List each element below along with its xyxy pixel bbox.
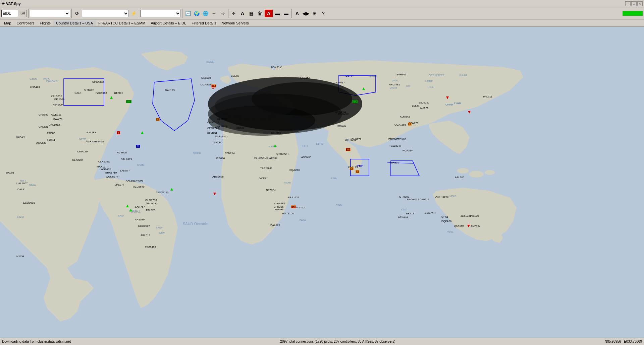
menu-bar: Map Controllers Flights Country Details … xyxy=(0,19,644,27)
svg-text:SAUD Oceanic: SAUD Oceanic xyxy=(183,222,208,226)
status-lat: N05.93956 xyxy=(605,340,621,343)
text-a2-icon[interactable]: A xyxy=(293,10,301,17)
svg-text:SCFZ: SCFZ xyxy=(131,209,141,213)
menu-country-details[interactable]: Country Details – USA xyxy=(53,20,96,26)
delete-icon[interactable]: 🗑 xyxy=(256,10,264,17)
bar-icon-1[interactable]: ▬ xyxy=(273,10,281,17)
label-a-icon[interactable]: A xyxy=(265,10,273,17)
forward2-icon[interactable]: ⇒ xyxy=(219,10,227,17)
grid-icon[interactable]: ▦ xyxy=(247,10,255,17)
world-map-svg: SCFZ SAUD Oceanic xyxy=(0,27,644,338)
svg-point-3 xyxy=(485,170,495,175)
svg-point-8 xyxy=(215,92,295,119)
toolbar-separator-2 xyxy=(71,9,72,18)
title-bar-left: ✈ VAT-Spy xyxy=(1,1,21,6)
status-lon: E033.73669 xyxy=(624,340,642,343)
app-title: VAT-Spy xyxy=(6,2,21,6)
title-bar-controls: — □ ✕ xyxy=(625,1,643,6)
svg-point-1 xyxy=(457,168,469,174)
bar-icon-2[interactable]: ▬ xyxy=(282,10,290,17)
status-connections: 2097 total connections (1720 pilots, 207… xyxy=(280,340,395,343)
menu-controllers[interactable]: Controllers xyxy=(14,20,37,26)
airport-icon[interactable]: 🌍 xyxy=(193,10,201,17)
menu-flights[interactable]: Flights xyxy=(37,20,53,26)
forward-icon[interactable]: → xyxy=(210,10,218,17)
plus-icon[interactable]: ⊞ xyxy=(311,10,319,17)
text-a-icon[interactable]: A xyxy=(238,10,247,17)
toolbar-separator-4 xyxy=(182,9,182,18)
maximize-button[interactable]: □ xyxy=(631,1,637,6)
close-button[interactable]: ✕ xyxy=(637,1,643,6)
status-coordinates: N05.93956 E033.73669 xyxy=(605,340,642,343)
map-area[interactable]: SCFZ SAUD Oceanic BGGL SAS4414 SAS936 SE… xyxy=(0,27,644,338)
toolbar-separator-1 xyxy=(28,9,29,18)
menu-map[interactable]: Map xyxy=(1,20,14,26)
menu-network-servers[interactable]: Network Servers xyxy=(219,20,252,26)
svg-point-2 xyxy=(469,171,484,178)
reload-icon[interactable]: ⟳ xyxy=(73,10,81,17)
dropdown-2[interactable] xyxy=(82,10,129,17)
dropdown-1[interactable] xyxy=(30,10,70,17)
menu-airport-details[interactable]: Airport Details – EIDL xyxy=(148,20,189,26)
connection-indicator xyxy=(623,11,643,16)
dropdown-3[interactable] xyxy=(141,10,181,17)
go-button[interactable]: Go xyxy=(19,10,27,17)
status-download: Downloading data from cluster.data.vatsi… xyxy=(2,340,71,343)
toolbar: Go ⟳ ⚡ 🔄 🌍 🌐 → ⇒ ✈ A ▦ 🗑 A ▬ ▬ A ◀▶ ⊞ ? xyxy=(0,7,644,19)
filter-icon[interactable]: ⚡ xyxy=(129,10,138,17)
toolbar-separator-5 xyxy=(228,9,228,18)
toolbar-separator-3 xyxy=(139,9,139,18)
arrows-icon[interactable]: ◀▶ xyxy=(302,10,310,17)
minimize-button[interactable]: — xyxy=(625,1,631,6)
menu-fir-details[interactable]: FIR/ARTCC Details – ESMM xyxy=(96,20,148,26)
refresh-icon[interactable]: 🔄 xyxy=(184,10,192,17)
menu-filtered-details[interactable]: Filtered Details xyxy=(189,20,219,26)
help-icon[interactable]: ? xyxy=(319,10,327,17)
status-bar: Downloading data from cluster.data.vatsi… xyxy=(0,338,644,345)
plane-icon[interactable]: ✈ xyxy=(230,10,238,17)
callsign-input[interactable] xyxy=(1,10,18,17)
globe-icon[interactable]: 🌐 xyxy=(201,10,209,17)
toolbar-separator-6 xyxy=(291,9,292,18)
title-bar: ✈ VAT-Spy — □ ✕ xyxy=(0,0,644,7)
app-icon: ✈ xyxy=(1,1,5,6)
